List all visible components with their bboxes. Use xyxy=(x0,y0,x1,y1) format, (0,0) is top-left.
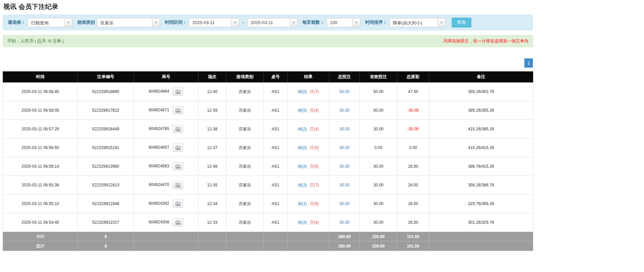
page-size-value: 100 xyxy=(327,18,352,27)
cell-table-no: AS1 xyxy=(264,157,288,176)
cell-session: 12-40 xyxy=(198,83,226,101)
round-media-button[interactable] xyxy=(173,200,183,208)
game-type-select[interactable]: 百家乐 ▼ xyxy=(97,18,160,27)
col-header-payout: 总派彩 xyxy=(397,72,429,83)
table-row: 2025-03-11 06:56:50 522329915161 6049246… xyxy=(3,139,533,157)
subtotal-payout: 101.50 xyxy=(397,232,429,241)
round-media-button[interactable] xyxy=(173,106,183,114)
cell-total-bet-link[interactable]: 30.00 xyxy=(329,101,360,120)
cell-payout: -30.00 xyxy=(397,101,429,120)
chevron-down-icon[interactable]: ▼ xyxy=(437,18,445,27)
col-header-note: 备注 xyxy=(429,72,533,83)
image-icon xyxy=(175,146,181,150)
cell-table-no: AS1 xyxy=(264,195,288,213)
chevron-down-icon[interactable]: ▼ xyxy=(290,18,297,27)
cell-session: 12-37 xyxy=(198,139,226,157)
cell-bet-id: 522329911948 xyxy=(78,195,134,213)
cell-session: 12-38 xyxy=(198,120,226,139)
cell-round-id: 604924871 xyxy=(134,101,198,120)
grand-total-label: 总计 xyxy=(3,241,78,251)
cell-round-id: 604924964 xyxy=(134,83,198,101)
round-id-value: 604924308 xyxy=(149,220,169,224)
round-media-button[interactable] xyxy=(173,162,183,170)
cell-total-bet-link[interactable]: 50.00 xyxy=(329,83,360,101)
cell-total-bet-link[interactable]: 30.00 xyxy=(329,120,360,139)
table-row: 2025-03-11 06:54:40 522329911027 6049243… xyxy=(3,213,533,232)
round-media-button[interactable] xyxy=(173,218,183,226)
cell-note: 358.26/386.76 xyxy=(429,176,533,195)
col-header-total-bet: 总投注 xyxy=(329,72,360,83)
table-row: 2025-03-11 06:56:14 522329913980 6049245… xyxy=(3,157,533,176)
table-row: 2025-03-11 06:58:05 522329917622 6049248… xyxy=(3,101,533,120)
game-type-value: 百家乐 xyxy=(97,18,152,27)
filter-bar: 请选择： 日期查询 ▼ 游戏类别 百家乐 ▼ 时间区间： 2025-03-11 … xyxy=(3,15,533,30)
range-separator: ~ xyxy=(241,20,245,25)
cell-note: 329.76/358.26 xyxy=(429,195,533,213)
cell-game-type: 百家乐 xyxy=(226,176,264,195)
cell-valid-bet: 50.00 xyxy=(360,83,397,101)
cell-time: 2025-03-11 06:54:40 xyxy=(3,213,78,232)
cell-table-no: AS1 xyxy=(264,120,288,139)
round-id-value: 604924765 xyxy=(149,126,169,131)
cell-time: 2025-03-11 06:55:38 xyxy=(3,176,78,195)
subtotal-valid-bet: 230.00 xyxy=(360,232,397,241)
date-from-select[interactable]: 2025-03-11 ▼ xyxy=(189,18,239,27)
chevron-down-icon[interactable]: ▼ xyxy=(231,18,239,27)
date-to-select[interactable]: 2025-03-11 ▼ xyxy=(247,18,298,27)
pagination: 1 xyxy=(3,58,533,68)
cell-payout: 28.50 xyxy=(397,195,429,213)
round-media-button[interactable] xyxy=(173,144,183,152)
cell-result: 闲(3) 庄(7) xyxy=(288,176,329,195)
table-row: 2025-03-11 06:55:38 522329912813 6049244… xyxy=(3,176,533,195)
result-player: 闲(3) xyxy=(298,183,307,187)
result-banker: 庄(4) xyxy=(310,220,319,225)
page-size-select[interactable]: 100 ▼ xyxy=(327,18,361,27)
col-header-result: 结果 xyxy=(288,72,329,83)
cell-bet-id: 522329917622 xyxy=(78,101,134,120)
query-type-select[interactable]: 日期查询 ▼ xyxy=(28,18,72,27)
cell-note: 386.76/415.26 xyxy=(429,157,533,176)
cell-total-bet-link[interactable]: 30.00 xyxy=(329,139,360,157)
round-id-value: 604924392 xyxy=(149,201,169,206)
image-icon xyxy=(175,220,181,225)
cell-valid-bet: 30.00 xyxy=(360,213,397,232)
cell-valid-bet: 0.00 xyxy=(360,139,397,157)
cell-total-bet-link[interactable]: 30.00 xyxy=(329,213,360,232)
subtotal-label: 小计 xyxy=(3,232,78,241)
cell-time: 2025-03-11 06:56:50 xyxy=(3,139,78,157)
result-banker: 庄(6) xyxy=(310,164,319,169)
image-icon xyxy=(175,164,181,169)
search-button[interactable]: 查询 xyxy=(452,18,471,28)
image-icon xyxy=(175,127,181,131)
page-button-1[interactable]: 1 xyxy=(524,58,533,68)
result-banker: 庄(9) xyxy=(310,201,319,206)
summary-bar: 币别：人民币 | 总共 :8 注单 | 同局有效投注，统一计算在该局第一张注单内 xyxy=(3,35,533,47)
round-id-value: 604924657 xyxy=(149,145,169,150)
chevron-down-icon[interactable]: ▼ xyxy=(64,18,72,27)
cell-valid-bet: 30.00 xyxy=(360,176,397,195)
cell-valid-bet: 30.00 xyxy=(360,157,397,176)
sort-select[interactable]: 降幂(由大到小) ▼ xyxy=(389,18,446,27)
time-range-label: 时间区间： xyxy=(165,19,187,25)
cell-bet-id: 522329916449 xyxy=(78,120,134,139)
chevron-down-icon[interactable]: ▼ xyxy=(352,18,360,27)
cell-table-no: AS1 xyxy=(264,139,288,157)
cell-payout: -30.00 xyxy=(397,120,429,139)
chevron-down-icon[interactable]: ▼ xyxy=(152,18,160,27)
cell-table-no: AS1 xyxy=(264,101,288,120)
cell-result: 闲(0) 庄(7) xyxy=(288,83,329,101)
grand-total-spacer-cell xyxy=(264,241,288,251)
cell-total-bet-link[interactable]: 30.00 xyxy=(329,157,360,176)
round-media-button[interactable] xyxy=(173,125,183,133)
cell-total-bet-link[interactable]: 30.00 xyxy=(329,176,360,195)
round-id-value: 604924871 xyxy=(149,108,169,112)
cell-round-id: 604924765 xyxy=(134,120,198,139)
subtotal-spacer-cell xyxy=(134,232,198,241)
grand-total-spacer-cell xyxy=(198,241,226,251)
result-banker: 庄(4) xyxy=(310,108,319,113)
subtotal-spacer-cell xyxy=(264,232,288,241)
round-media-button[interactable] xyxy=(173,88,183,96)
image-icon xyxy=(175,183,181,187)
round-media-button[interactable] xyxy=(173,181,183,189)
cell-total-bet-link[interactable]: 30.00 xyxy=(329,195,360,213)
